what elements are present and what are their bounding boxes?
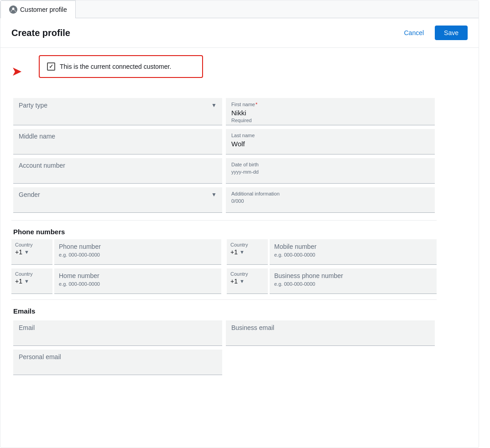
first-name-hint: Required [231,118,429,123]
mobile-number-hint: e.g. 000-000-0000 [274,252,432,257]
first-name-field[interactable]: First name* Nikki Required [226,98,435,125]
last-name-value: Wolf [231,140,429,148]
party-type-field[interactable]: Party type ▼ [13,98,222,125]
business-email-placeholder: Business email [231,324,274,331]
page-title: Create profile [11,28,70,38]
personal-email-placeholder: Personal email [19,353,61,360]
mobile-country-code-1-right: +1 [230,248,238,256]
business-phone-label: Business phone number [274,272,432,279]
email-field[interactable]: Email [13,320,222,346]
mobile-country-label-1-right: Country [230,242,264,247]
gender-placeholder: Gender [19,191,40,198]
additional-info-counter: 0/000 [231,198,429,204]
business-email-field[interactable]: Business email [226,320,435,346]
date-of-birth-hint: yyyy-mm-dd [231,169,429,175]
phone-numbers-section: Phone numbers Country +1 ▼ Phone number … [11,228,437,294]
save-button[interactable]: Save [435,26,468,40]
home-number-field[interactable]: Home number e.g. 000-000-0000 [54,268,221,294]
content-area: ➤ This is the current connected customer… [0,48,448,399]
business-country-code-2-right: +1 [230,278,238,285]
personal-email-field[interactable]: Personal email [13,350,222,375]
cancel-button[interactable]: Cancel [398,26,429,39]
phone-divider [11,299,437,300]
form-divider [11,220,437,221]
first-name-value: Nikki [231,109,429,117]
page-header: Create profile Cancel Save [0,18,479,48]
mobile-country-arrow-1-right: ▼ [240,249,245,255]
phone-country-arrow-1-left: ▼ [24,249,29,255]
gender-arrow: ▼ [211,191,217,198]
connected-customer-box: This is the current connected customer. [39,55,203,78]
business-phone-hint: e.g. 000-000-0000 [274,281,432,287]
home-country-2-left[interactable]: Country +1 ▼ [11,268,52,294]
date-of-birth-field[interactable]: Date of birth yyyy-mm-dd [226,158,435,184]
arrow-indicator: ➤ [11,64,22,79]
email-placeholder: Email [19,324,35,331]
party-type-arrow: ▼ [211,102,217,108]
connected-customer-label: This is the current connected customer. [60,63,171,70]
emails-grid: Email Business email Personal email [11,319,437,377]
header-actions: Cancel Save [398,26,468,40]
tab-bar: Customer profile [0,0,479,18]
business-country-arrow-2-right: ▼ [240,278,245,284]
last-name-label: Last name [231,133,429,138]
last-name-field[interactable]: Last name Wolf [226,129,435,154]
account-number-placeholder: Account number [19,162,65,169]
mobile-number-label: Mobile number [274,243,432,250]
home-number-label: Home number [59,272,217,279]
phone-country-label-1-left: Country [15,242,49,247]
app-window: Customer profile Create profile Cancel S… [0,0,479,448]
date-of-birth-label: Date of birth [231,162,429,167]
phone-row-2: Country +1 ▼ Home number e.g. 000-000-00… [11,268,437,294]
business-country-label-2-right: Country [230,271,264,277]
home-country-code-2-left: +1 [15,278,22,285]
home-country-arrow-2-left: ▼ [24,278,29,284]
additional-info-label: Additional information [231,191,429,196]
emails-title: Emails [13,307,435,315]
emails-section: Emails Email Business email Personal ema… [11,307,437,377]
tab-customer-profile[interactable]: Customer profile [0,0,76,18]
home-country-label-2-left: Country [15,271,49,277]
party-type-placeholder: Party type [19,102,47,109]
connected-customer-checkbox[interactable] [47,62,55,71]
phone-row-1: Country +1 ▼ Phone number e.g. 000-000-0… [11,239,437,265]
middle-name-field[interactable]: Middle name [13,129,222,154]
form-grid: Party type ▼ First name* Nikki Required … [11,96,437,215]
phone-country-1-left[interactable]: Country +1 ▼ [11,239,52,265]
tab-label: Customer profile [20,6,67,13]
phone-number-label: Phone number [59,243,217,250]
business-phone-field[interactable]: Business phone number e.g. 000-000-0000 [270,268,437,294]
phone-numbers-title: Phone numbers [13,228,435,236]
first-name-label: First name* [231,102,429,107]
phone-number-hint: e.g. 000-000-0000 [59,252,217,257]
gender-field[interactable]: Gender ▼ [13,187,222,213]
account-number-field[interactable]: Account number [13,158,222,184]
person-icon [9,5,17,14]
phone-number-field[interactable]: Phone number e.g. 000-000-0000 [54,239,221,265]
additional-info-field[interactable]: Additional information 0/000 [226,187,435,213]
mobile-number-field[interactable]: Mobile number e.g. 000-000-0000 [270,239,437,265]
mobile-country-1-right[interactable]: Country +1 ▼ [227,239,268,265]
middle-name-placeholder: Middle name [19,133,55,140]
business-country-2-right[interactable]: Country +1 ▼ [227,268,268,294]
phone-country-code-1-left: +1 [15,248,22,256]
home-number-hint: e.g. 000-000-0000 [59,281,217,287]
